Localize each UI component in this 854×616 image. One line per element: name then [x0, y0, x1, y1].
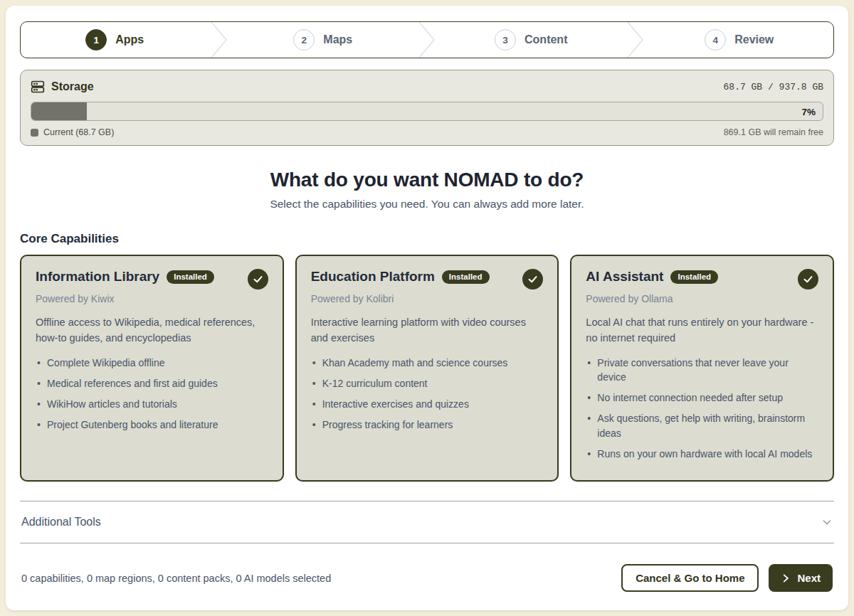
section-divider [20, 543, 834, 543]
card-title: AI Assistant [586, 269, 663, 285]
card-bullet: Khan Academy math and science courses [311, 356, 544, 370]
legend-current-swatch [31, 129, 38, 137]
storage-percent: 7% [801, 106, 816, 117]
step-apps-label: Apps [115, 33, 144, 46]
step-review-number: 4 [705, 29, 726, 51]
check-icon [248, 269, 268, 290]
chevron-right-icon [781, 573, 791, 583]
next-button-label: Next [797, 572, 821, 584]
card-bullet: Project Gutenberg books and literature [36, 418, 268, 432]
card-description: Local AI chat that runs entirely on your… [586, 315, 818, 346]
card-title: Information Library [36, 269, 159, 285]
step-review-label: Review [734, 33, 774, 46]
card-education-platform[interactable]: Education Platform Installed Powered by … [295, 255, 559, 482]
additional-tools-toggle[interactable]: Additional Tools [20, 501, 834, 543]
card-bullet: Runs on your own hardware with local AI … [586, 447, 818, 461]
card-bullet: Private conversations that never leave y… [586, 356, 818, 385]
card-bullet: Complete Wikipedia offline [36, 356, 268, 370]
card-bullet: WikiHow articles and tutorials [36, 397, 268, 411]
step-apps[interactable]: 1 Apps [21, 22, 209, 58]
wizard-stepper: 1 Apps 2 Maps 3 Content 4 Review [20, 21, 834, 58]
powered-by: Powered by Ollama [586, 293, 818, 304]
additional-tools-label: Additional Tools [21, 516, 101, 529]
wizard-footer: 0 capabilities, 0 map regions, 0 content… [20, 551, 834, 599]
legend-current-label: Current (68.7 GB) [43, 127, 114, 137]
selection-summary: 0 capabilities, 0 map regions, 0 content… [21, 573, 331, 584]
next-button[interactable]: Next [769, 564, 833, 592]
powered-by: Powered by Kolibri [311, 293, 544, 304]
cancel-button[interactable]: Cancel & Go to Home [621, 564, 759, 592]
storage-progress-fill [31, 102, 87, 120]
step-review[interactable]: 4 Review [645, 22, 834, 58]
card-information-library[interactable]: Information Library Installed Powered by… [20, 255, 284, 482]
card-bullet: Progress tracking for learners [311, 418, 544, 432]
card-description: Interactive learning platform with video… [311, 315, 544, 346]
step-content-number: 3 [495, 29, 516, 51]
card-title: Education Platform [311, 269, 435, 285]
step-maps-number: 2 [293, 29, 315, 51]
chevron-separator-icon [417, 22, 437, 58]
card-bullet: Ask questions, get help with writing, br… [586, 411, 818, 440]
capability-cards: Information Library Installed Powered by… [20, 255, 834, 482]
cancel-button-label: Cancel & Go to Home [636, 572, 744, 584]
step-maps[interactable]: 2 Maps [229, 22, 418, 58]
core-capabilities-heading: Core Capabilities [20, 232, 834, 246]
card-bullet: No internet connection needed after setu… [586, 391, 818, 405]
card-bullet: Interactive exercises and quizzes [311, 397, 544, 411]
step-apps-number: 1 [85, 29, 107, 51]
check-icon [798, 269, 818, 290]
server-stack-icon [31, 80, 45, 94]
check-icon [522, 269, 543, 290]
card-ai-assistant[interactable]: AI Assistant Installed Powered by Ollama… [570, 255, 834, 482]
storage-usage: 68.7 GB / 937.8 GB [724, 82, 823, 92]
page-title: What do you want NOMAD to do? [20, 169, 834, 191]
page-subtitle: Select the capabilities you need. You ca… [20, 198, 834, 211]
step-content-label: Content [524, 33, 567, 46]
installed-badge: Installed [442, 270, 490, 284]
chevron-separator-icon [209, 22, 229, 58]
storage-panel: Storage 68.7 GB / 937.8 GB 7% Current (6… [20, 70, 834, 146]
chevron-separator-icon [626, 22, 645, 58]
card-bullet: Medical references and first aid guides [36, 376, 268, 391]
storage-remaining: 869.1 GB will remain free [724, 127, 823, 137]
setup-wizard-window: 1 Apps 2 Maps 3 Content 4 Review [6, 6, 848, 610]
step-maps-label: Maps [323, 33, 352, 46]
storage-progress-bar: 7% [31, 102, 823, 121]
card-description: Offline access to Wikipedia, medical ref… [36, 315, 268, 346]
installed-badge: Installed [167, 270, 214, 284]
powered-by: Powered by Kiwix [36, 293, 268, 304]
step-content[interactable]: 3 Content [437, 22, 626, 58]
installed-badge: Installed [670, 270, 718, 284]
card-bullet: K-12 curriculum content [311, 376, 544, 391]
storage-title: Storage [51, 80, 94, 93]
chevron-down-icon [821, 516, 833, 528]
